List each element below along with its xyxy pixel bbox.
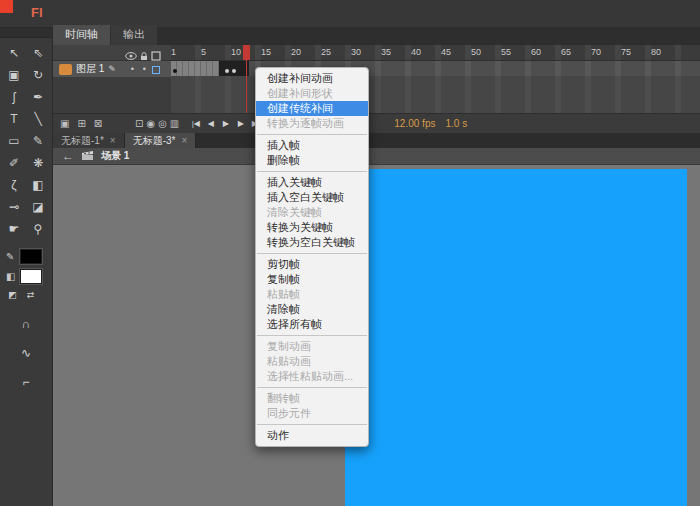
tab-output[interactable]: 输出 <box>111 25 157 45</box>
context-menu-item[interactable]: 动作 <box>256 428 368 443</box>
close-tab-icon[interactable]: × <box>110 135 116 146</box>
tool-options: ∩∿⌐ <box>0 308 52 392</box>
context-menu-item[interactable]: 翻转帧 <box>256 391 368 406</box>
tools-panel-header[interactable] <box>0 28 52 38</box>
go-to-first-frame-button[interactable]: |◀ <box>189 118 202 129</box>
free-transform-tool-icon[interactable]: ▣ <box>3 65 25 85</box>
onion-skin-outlines-button[interactable]: ◎ <box>158 118 167 129</box>
frame-span[interactable] <box>171 61 219 76</box>
layer-outline-color-chip[interactable] <box>152 66 160 74</box>
delete-layer-button[interactable]: ⊠ <box>94 118 102 129</box>
context-menu-item[interactable]: 复制帧 <box>256 272 368 287</box>
ruler-label: 45 <box>441 45 471 57</box>
line-tool-icon[interactable]: ╲ <box>27 109 49 129</box>
step-back-button[interactable]: ◀ <box>204 118 217 129</box>
default-colors-button[interactable]: ◩ <box>6 289 19 300</box>
menu-separator <box>257 335 367 336</box>
layer-editing-pencil-icon: ✎ <box>108 64 116 74</box>
context-menu-item[interactable]: 转换为空白关键帧 <box>256 235 368 250</box>
ruler-label: 60 <box>531 45 561 57</box>
onion-skin-buttons: ⊡◉◎▥ <box>135 118 179 129</box>
snap-to-objects-icon[interactable]: ∩ <box>15 314 37 334</box>
selected-frames[interactable] <box>219 61 249 76</box>
playback-controls: |◀◀▶▶▶| <box>189 118 262 129</box>
straighten-option-icon[interactable]: ⌐ <box>15 372 37 392</box>
subselection-tool-icon[interactable]: ⇖ <box>27 43 49 63</box>
context-menu-item[interactable]: 删除帧 <box>256 153 368 168</box>
paint-bucket-tool-icon[interactable]: ◧ <box>27 175 49 195</box>
eyedropper-tool-icon[interactable]: ⊸ <box>3 197 25 217</box>
context-menu-item[interactable]: 清除帧 <box>256 302 368 317</box>
scene-breadcrumb: 场景 1 <box>101 149 129 163</box>
context-menu-item[interactable]: 同步元件 <box>256 406 368 421</box>
lasso-tool-icon[interactable]: ʃ <box>3 87 25 107</box>
document-tab[interactable]: 无标题-1* × <box>53 133 125 148</box>
rectangle-tool-icon[interactable]: ▭ <box>3 131 25 151</box>
pen-tool-icon[interactable]: ✒ <box>27 87 49 107</box>
center-frame-button[interactable]: ⊡ <box>135 118 143 129</box>
context-menu-item[interactable]: 粘贴动画 <box>256 354 368 369</box>
eraser-tool-icon[interactable]: ◪ <box>27 197 49 217</box>
selection-tool-icon[interactable]: ↖ <box>3 43 25 63</box>
context-menu-item[interactable]: 选择所有帧 <box>256 317 368 332</box>
step-forward-button[interactable]: ▶ <box>234 118 247 129</box>
play-button[interactable]: ▶ <box>219 118 232 129</box>
menu-separator <box>257 253 367 254</box>
context-menu-item[interactable]: 剪切帧 <box>256 257 368 272</box>
smooth-option-icon[interactable]: ∿ <box>15 343 37 363</box>
back-arrow-icon[interactable]: ← <box>62 151 74 161</box>
pencil-tool-icon[interactable]: ✎ <box>27 131 49 151</box>
app-logo: Fl <box>31 5 43 20</box>
ruler-label: 15 <box>261 45 291 57</box>
layer-visibility-dot[interactable]: • <box>131 64 134 74</box>
context-menu-item[interactable]: 插入关键帧 <box>256 175 368 190</box>
stroke-color-swatch[interactable] <box>20 249 42 264</box>
new-folder-button[interactable]: ⊞ <box>77 118 85 129</box>
panel-tab-bar: 时间轴 输出 <box>53 27 700 45</box>
3d-rotation-tool-icon[interactable]: ↻ <box>27 65 49 85</box>
ruler-label: 75 <box>621 45 651 57</box>
keyframe-dot <box>225 69 229 73</box>
context-menu-item[interactable]: 插入帧 <box>256 138 368 153</box>
context-menu-item[interactable]: 插入空白关键帧 <box>256 190 368 205</box>
text-tool-icon[interactable]: T <box>3 109 25 129</box>
playhead-handle[interactable] <box>243 45 250 60</box>
deco-tool-icon[interactable]: ❋ <box>27 153 49 173</box>
frame-rate-value[interactable]: 12.00 fps <box>394 118 435 129</box>
frames-area[interactable]: 1510152025303540455055606570758085 <box>171 45 700 114</box>
fill-color-swatch[interactable] <box>20 269 42 284</box>
hand-tool-icon[interactable]: ☛ <box>3 219 25 239</box>
ruler-label: 55 <box>501 45 531 57</box>
document-tab-bar: 无标题-1* × 无标题-3* × <box>53 133 700 148</box>
context-menu-item[interactable]: 粘贴帧 <box>256 287 368 302</box>
menu-separator <box>257 424 367 425</box>
menu-separator <box>257 387 367 388</box>
layer-lock-dot[interactable]: • <box>143 64 146 74</box>
timeline-ruler[interactable]: 1510152025303540455055606570758085 <box>171 45 700 61</box>
layer-icon <box>59 64 72 75</box>
empty-frames-area[interactable] <box>171 76 700 114</box>
context-menu-item[interactable]: 创建补间形状 <box>256 86 368 101</box>
new-layer-button[interactable]: ▣ <box>60 118 69 129</box>
edit-bar: ← 场景 1 <box>53 148 700 165</box>
context-menu-item[interactable]: 创建补间动画 <box>256 71 368 86</box>
swap-colors-button[interactable]: ⇄ <box>24 289 37 300</box>
layer-row[interactable]: 图层 1 ✎ • • <box>53 61 171 78</box>
ruler-label: 70 <box>591 45 621 57</box>
context-menu-item[interactable]: 创建传统补间 <box>256 101 368 116</box>
brush-tool-icon[interactable]: ✐ <box>3 153 25 173</box>
edit-multiple-frames-button[interactable]: ▥ <box>170 118 179 129</box>
tab-timeline[interactable]: 时间轴 <box>53 25 110 45</box>
context-menu-item[interactable]: 复制动画 <box>256 339 368 354</box>
zoom-tool-icon[interactable]: ⚲ <box>27 219 49 239</box>
context-menu-item[interactable]: 清除关键帧 <box>256 205 368 220</box>
document-tab[interactable]: 无标题-3* × <box>125 133 197 148</box>
context-menu-item[interactable]: 选择性粘贴动画... <box>256 369 368 384</box>
onion-skin-button[interactable]: ◉ <box>146 118 155 129</box>
bone-tool-icon[interactable]: ζ <box>3 175 25 195</box>
context-menu-item[interactable]: 转换为逐帧动画 <box>256 116 368 131</box>
stage-blue-rectangle[interactable] <box>345 169 687 506</box>
context-menu-item[interactable]: 转换为关键帧 <box>256 220 368 235</box>
close-tab-icon[interactable]: × <box>181 135 187 146</box>
ruler-label: 1 <box>171 45 201 57</box>
